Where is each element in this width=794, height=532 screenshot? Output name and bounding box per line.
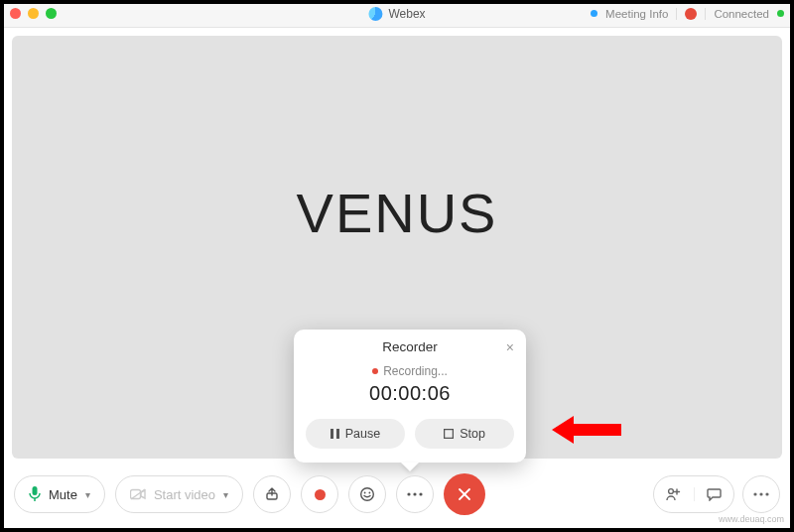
status-indicator-icon bbox=[685, 8, 697, 20]
share-button[interactable] bbox=[253, 475, 291, 513]
start-video-label: Start video bbox=[154, 487, 215, 502]
app-title: Webex bbox=[368, 7, 425, 21]
smile-icon bbox=[359, 486, 375, 502]
record-icon bbox=[315, 489, 326, 500]
app-name-label: Webex bbox=[388, 7, 425, 21]
webex-logo-icon bbox=[368, 7, 382, 21]
svg-point-17 bbox=[669, 489, 674, 494]
recorder-status: Recording... bbox=[306, 364, 514, 378]
recorder-close-button[interactable]: × bbox=[506, 339, 514, 355]
recorder-stop-label: Stop bbox=[460, 427, 485, 441]
titlebar-status-group: Meeting Info Connected bbox=[591, 8, 784, 20]
video-off-icon bbox=[130, 488, 146, 500]
footer-toolbar: Mute ▾ Start video ▾ bbox=[0, 466, 794, 528]
mute-label: Mute bbox=[49, 487, 77, 502]
connected-dot-icon bbox=[777, 10, 784, 17]
chevron-down-icon[interactable]: ▾ bbox=[85, 489, 90, 500]
close-icon bbox=[458, 487, 471, 501]
svg-point-13 bbox=[413, 492, 416, 495]
divider bbox=[705, 8, 706, 20]
svg-rect-4 bbox=[33, 486, 38, 495]
recorder-elapsed-time: 00:00:06 bbox=[306, 382, 514, 405]
stop-icon bbox=[444, 429, 454, 439]
svg-point-19 bbox=[759, 492, 762, 495]
svg-point-10 bbox=[364, 492, 366, 494]
recorder-status-label: Recording... bbox=[383, 364, 448, 378]
svg-point-18 bbox=[753, 492, 756, 495]
microphone-icon bbox=[29, 486, 41, 502]
window-controls bbox=[10, 8, 57, 19]
svg-rect-1 bbox=[336, 429, 339, 439]
recorder-pause-button[interactable]: Pause bbox=[306, 419, 405, 449]
svg-point-12 bbox=[407, 492, 410, 495]
svg-point-14 bbox=[419, 492, 422, 495]
recorder-stop-button[interactable]: Stop bbox=[415, 419, 514, 449]
svg-point-11 bbox=[369, 492, 371, 494]
chat-icon bbox=[707, 487, 722, 501]
more-options-button[interactable] bbox=[396, 475, 434, 513]
ellipsis-icon bbox=[753, 492, 769, 496]
window-close-button[interactable] bbox=[10, 8, 21, 19]
titlebar: Webex Meeting Info Connected bbox=[0, 0, 794, 28]
window-zoom-button[interactable] bbox=[46, 8, 57, 19]
reactions-button[interactable] bbox=[348, 475, 386, 513]
connected-label: Connected bbox=[714, 8, 769, 20]
svg-point-20 bbox=[765, 492, 768, 495]
panel-options-button[interactable] bbox=[742, 475, 780, 513]
meeting-info-link[interactable]: Meeting Info bbox=[605, 8, 668, 20]
recorder-title: Recorder × bbox=[306, 339, 514, 358]
ellipsis-icon bbox=[407, 492, 423, 496]
share-icon bbox=[265, 487, 279, 501]
participants-icon bbox=[666, 487, 682, 501]
chat-button[interactable] bbox=[694, 487, 733, 501]
recorder-title-label: Recorder bbox=[382, 339, 438, 354]
svg-point-9 bbox=[361, 488, 374, 501]
svg-rect-2 bbox=[445, 430, 454, 439]
record-button[interactable] bbox=[301, 475, 338, 513]
svg-rect-0 bbox=[331, 429, 333, 439]
participants-button[interactable] bbox=[654, 487, 694, 501]
recorder-pause-label: Pause bbox=[345, 427, 380, 441]
watermark: www.deuaq.com bbox=[719, 514, 784, 524]
window-minimize-button[interactable] bbox=[28, 8, 39, 19]
chevron-down-icon[interactable]: ▾ bbox=[223, 489, 228, 500]
pause-icon bbox=[331, 429, 339, 439]
recorder-popover: Recorder × Recording... 00:00:06 Pause S… bbox=[294, 330, 526, 463]
footer-right-group bbox=[653, 475, 780, 513]
panels-toggle bbox=[653, 475, 734, 513]
recorder-button-row: Pause Stop bbox=[306, 419, 514, 449]
mute-button[interactable]: Mute ▾ bbox=[14, 475, 105, 513]
divider bbox=[676, 8, 677, 20]
recording-dot-icon bbox=[372, 368, 378, 374]
end-meeting-button[interactable] bbox=[444, 473, 485, 515]
participant-name-label: VENUS bbox=[297, 181, 498, 245]
info-dot-icon bbox=[591, 10, 597, 17]
start-video-button[interactable]: Start video ▾ bbox=[115, 475, 243, 513]
